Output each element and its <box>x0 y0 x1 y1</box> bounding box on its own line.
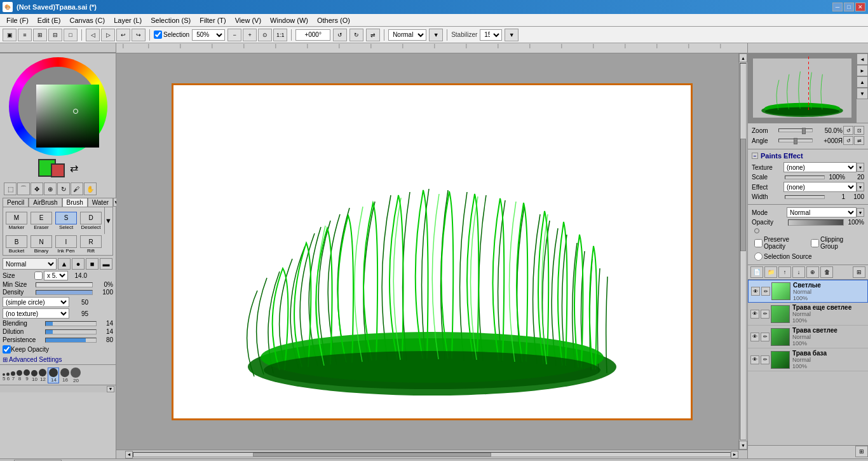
preserve-opacity-checkbox[interactable] <box>754 239 763 247</box>
inkpen-icon[interactable]: I <box>55 235 77 248</box>
circle-select[interactable]: (simple circle) <box>3 297 69 307</box>
menu-canvas[interactable]: Canvas (C) <box>66 15 109 25</box>
merge-btn[interactable]: ⊕ <box>806 266 819 278</box>
preset-brush-7[interactable] <box>11 371 15 376</box>
move-tool[interactable]: ✥ <box>31 182 43 195</box>
preview-nav-3[interactable]: ▲ <box>857 76 868 88</box>
selection-checkbox-input[interactable] <box>154 31 162 39</box>
dilution-slider[interactable] <box>45 329 97 334</box>
toolbar-btn-4[interactable]: ⊟ <box>48 29 62 41</box>
new-set-btn[interactable]: 📁 <box>764 266 777 278</box>
stabilizer-btn[interactable]: ▼ <box>505 29 519 41</box>
left-scroll-down[interactable]: ▼ <box>107 386 114 392</box>
menu-view[interactable]: View (V) <box>231 15 265 25</box>
scale-pe-slider[interactable] <box>785 175 825 179</box>
minimize-button[interactable]: ─ <box>832 3 843 11</box>
swap-colors-icon[interactable]: ⇄ <box>70 162 78 174</box>
preview-canvas[interactable] <box>748 53 856 123</box>
effect-pe-select[interactable]: (none) <box>783 182 857 192</box>
minsize-slider[interactable] <box>36 282 93 287</box>
texture-pe-select[interactable]: (none) <box>783 162 857 172</box>
preset-brush-14[interactable] <box>49 368 58 377</box>
layer-item-svetlee[interactable]: 👁 ✏ Трава еще светлее Normal 100% <box>748 303 868 326</box>
blending-slider[interactable] <box>45 321 97 326</box>
selection-source-radio[interactable] <box>754 252 763 261</box>
zoom-reset-btn[interactable]: ↺ <box>843 126 853 135</box>
preset-brush-9[interactable] <box>24 369 30 376</box>
tab-pencil[interactable]: Pencil <box>3 198 29 207</box>
toolbar-nav-3[interactable]: ↩ <box>116 29 130 41</box>
shape-btn-4[interactable]: ▬ <box>100 258 112 270</box>
density-slider[interactable] <box>36 290 93 295</box>
color-wheel-container[interactable] <box>9 57 107 156</box>
layer-up-btn[interactable]: ↑ <box>778 266 791 278</box>
toolbar-btn-3[interactable]: ⊞ <box>33 29 47 41</box>
shape-btn-2[interactable]: ● <box>72 258 85 270</box>
right-bottom-btn[interactable]: ⊞ <box>855 446 868 457</box>
delete-layer-btn[interactable]: 🗑 <box>820 266 833 278</box>
layer-4-pen[interactable]: ✏ <box>761 355 770 364</box>
toolbar-nav-4[interactable]: ↪ <box>132 29 146 41</box>
eyedropper-tool[interactable]: 🖋 <box>71 182 83 195</box>
layer-2-eye[interactable]: 👁 <box>750 310 759 319</box>
hand-tool[interactable]: ✋ <box>84 182 97 195</box>
effect-pe-btn[interactable]: ▼ <box>857 182 864 191</box>
binary-icon[interactable]: N <box>31 235 52 248</box>
lasso-tool[interactable]: ⌒ <box>17 182 30 195</box>
h-scroll-thumb[interactable] <box>253 453 492 457</box>
rotate-left-btn[interactable]: ↺ <box>333 29 347 41</box>
selection-tool[interactable]: ⬚ <box>4 182 17 195</box>
size-multiplier[interactable]: x 5.0 <box>44 271 68 280</box>
preset-brush-12[interactable] <box>39 369 46 376</box>
toolbar-btn-1[interactable]: ▣ <box>3 29 17 41</box>
select-icon[interactable]: S <box>55 212 77 224</box>
layer-item-baza[interactable]: 👁 ✏ Трава база Normal 100% <box>748 348 868 371</box>
texture-pe-btn[interactable]: ▼ <box>857 163 864 172</box>
clipping-group-checkbox[interactable] <box>811 239 819 247</box>
layer-3-eye[interactable]: 👁 <box>750 333 759 341</box>
toolbar-nav-1[interactable]: ◁ <box>86 29 100 41</box>
color-wheel[interactable] <box>9 57 107 156</box>
zoom-100-btn[interactable]: 1:1 <box>273 29 287 41</box>
v-scroll-down[interactable]: ▼ <box>739 441 747 450</box>
marker-icon[interactable]: M <box>6 212 27 224</box>
menu-edit[interactable]: Edit (E) <box>34 15 65 25</box>
persistence-slider[interactable] <box>45 338 97 343</box>
layer-item-svetlye[interactable]: 👁 ✏ Светлые Normal 100% <box>748 280 868 303</box>
zoom-select[interactable]: 50% 25% 100% <box>192 29 225 41</box>
layer-2-pen[interactable]: ✏ <box>761 310 770 319</box>
layer-4-eye[interactable]: 👁 <box>750 355 759 364</box>
advanced-settings-row[interactable]: ⊞ Advanced Settings <box>0 355 116 364</box>
tab-brush[interactable]: Brush <box>62 198 88 207</box>
width-pe-slider[interactable] <box>785 195 825 199</box>
zoom-fit-btn[interactable]: ⊙ <box>258 29 272 41</box>
layer-extra-btn[interactable]: ⊞ <box>853 266 865 278</box>
layer-blend-select[interactable]: Normal <box>3 258 57 270</box>
h-scroll-track[interactable] <box>133 452 731 457</box>
preset-brush-16[interactable] <box>60 368 69 377</box>
shape-btn-3[interactable]: ■ <box>86 258 98 270</box>
angle-reset-btn[interactable]: ↺ <box>843 136 853 145</box>
preset-brush-20[interactable] <box>71 368 81 378</box>
preset-brush-10[interactable] <box>31 370 37 376</box>
keep-opacity-checkbox[interactable] <box>3 345 11 354</box>
toolbar-selection-checkbox[interactable]: Selection <box>154 31 189 39</box>
background-swatch[interactable] <box>51 163 65 177</box>
h-scroll-right[interactable]: ► <box>731 451 738 458</box>
layer-item-svetlee2[interactable]: 👁 ✏ Трава светлее Normal 100% <box>748 326 868 348</box>
size-checkbox[interactable] <box>34 272 43 280</box>
opacity-bar[interactable] <box>788 219 844 226</box>
rotate-right-btn[interactable]: ↻ <box>349 29 363 41</box>
rotate-tool[interactable]: ↻ <box>57 182 70 195</box>
shape-btn-1[interactable]: ▲ <box>58 258 71 270</box>
menu-others[interactable]: Others (O) <box>313 15 354 25</box>
preset-brush-8[interactable] <box>17 370 22 376</box>
canvas-scroll-area[interactable]: ▲ ▼ <box>116 53 747 450</box>
layer-3-pen[interactable]: ✏ <box>761 333 770 341</box>
eraser-icon[interactable]: E <box>31 212 52 224</box>
canvas-frame[interactable] <box>172 83 693 420</box>
preview-nav-4[interactable]: ▼ <box>857 88 868 99</box>
zoom-out-btn[interactable]: − <box>227 29 241 41</box>
angle-slider[interactable] <box>778 139 813 142</box>
h-scroll-left[interactable]: ◄ <box>125 451 133 458</box>
